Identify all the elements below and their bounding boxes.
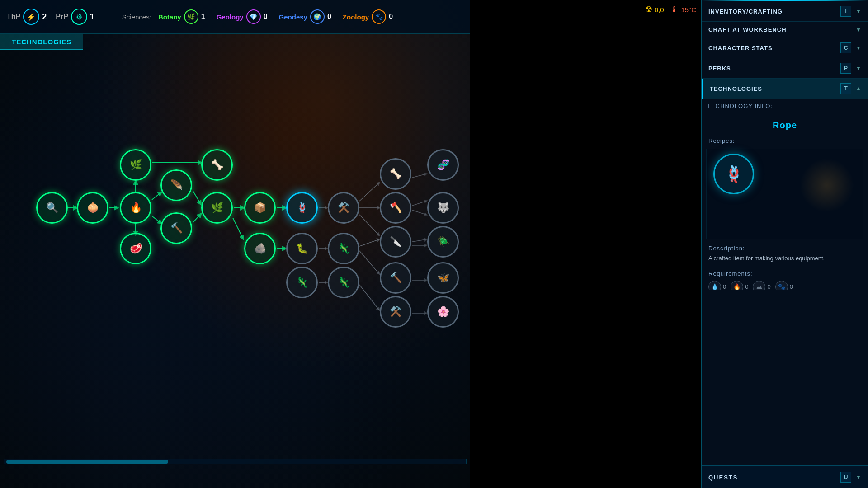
thp-label: ThP <box>7 13 20 21</box>
svg-line-10 <box>193 215 200 222</box>
tech-node-n11[interactable]: 🪨 <box>244 233 276 264</box>
tech-node-n18[interactable]: 🦴 <box>380 158 411 190</box>
workbench-arrow: ▼ <box>856 27 861 33</box>
tech-node-n7[interactable]: 🔨 <box>160 212 192 244</box>
zoology-icon: 🐾 <box>372 9 386 24</box>
tech-info-label: TECHNOLOGY INFO: <box>707 103 773 109</box>
req-item-1: 💧 0 <box>708 281 726 290</box>
geology-name: Geology <box>217 13 244 21</box>
zoology-name: Zoology <box>343 13 369 21</box>
botany-icon: 🌿 <box>184 9 198 24</box>
science-geodesy[interactable]: Geodesy 🌍 0 <box>279 9 331 24</box>
tech-node-n22[interactable]: ⚒️ <box>380 296 411 328</box>
prp-stat: PrP ⚙ 1 <box>56 9 94 25</box>
character-stats-key: C <box>840 42 851 53</box>
req-icon-4: 🐾 <box>775 281 788 290</box>
hud-divider <box>113 8 113 26</box>
zoology-count: 0 <box>389 13 393 21</box>
temp-value: 15°C <box>681 6 696 14</box>
req-count-2: 0 <box>745 283 748 290</box>
tech-node-n16[interactable]: 🦎 <box>328 233 359 264</box>
tech-node-n23[interactable]: 🧬 <box>427 149 459 181</box>
tech-node-n9[interactable]: 🌿 <box>201 192 233 224</box>
tech-node-n6[interactable]: 🪶 <box>160 169 192 201</box>
quests-button[interactable]: QUESTS U ▼ <box>702 465 868 488</box>
inventory-right: I ▼ <box>840 6 861 17</box>
workbench-right: ▼ <box>854 27 861 33</box>
svg-line-20 <box>359 215 379 235</box>
tech-node-n19[interactable]: 🪓 <box>380 192 411 224</box>
science-geology[interactable]: Geology 💎 0 <box>217 9 268 24</box>
temp-icon: 🌡 <box>670 5 679 14</box>
technologies-right: T ▲ <box>840 83 861 94</box>
tech-node-n12[interactable]: 🪢 <box>286 192 318 224</box>
perks-label: PERKS <box>708 65 731 72</box>
inventory-key: I <box>840 6 851 17</box>
science-zoology[interactable]: Zoology 🐾 0 <box>343 9 393 24</box>
tech-node-n2[interactable]: 🧅 <box>77 192 108 224</box>
tech-node-n20[interactable]: 🔪 <box>380 226 411 258</box>
tech-node-n13[interactable]: 🐛 <box>286 233 318 264</box>
svg-line-6 <box>152 193 160 200</box>
req-item-2: 🔥 0 <box>731 281 748 290</box>
tech-info-content: Rope Recipes: 🪢 Description: A crafted i… <box>702 113 868 290</box>
description-section: Description: A crafted item for making v… <box>702 241 868 267</box>
character-stats-right: C ▼ <box>840 42 861 53</box>
menu-inventory[interactable]: INVENTORY/CRAFTING I ▼ <box>702 1 868 22</box>
sciences-label: Sciences: <box>122 13 151 21</box>
menu-technologies[interactable]: TECHNOLOGIES T ▲ <box>702 79 868 99</box>
menu-character-stats[interactable]: CHARACTER STATS C ▼ <box>702 38 868 58</box>
svg-line-23 <box>359 285 379 310</box>
tech-node-n5[interactable]: 🥩 <box>120 233 151 264</box>
svg-line-22 <box>359 251 379 273</box>
temperature-indicator: 🌡 15°C <box>670 5 696 14</box>
req-icon-2: 🔥 <box>731 281 743 290</box>
perks-right: P ▼ <box>840 63 861 74</box>
recipe-area: 🪢 <box>706 149 863 239</box>
req-item-3: ⛰ 0 <box>753 281 770 290</box>
geodesy-count: 0 <box>327 13 331 21</box>
req-count-4: 0 <box>790 283 793 290</box>
svg-line-18 <box>359 183 379 201</box>
top-hud: ThP ⚡ 2 PrP ⚙ 1 Sciences: Botany 🌿 1 Geo… <box>0 0 470 34</box>
tech-canvas: 🔍🧅🔥🌿🥩🪶🔨🦴🌿📦🪨🪢🐛🦎⚒️🦎🦎🦴🪓🔪🔨⚒️🧬🐺🪲🦋🌸 <box>0 34 470 468</box>
tech-node-n4[interactable]: 🌿 <box>120 149 151 181</box>
inventory-label: INVENTORY/CRAFTING <box>708 8 783 15</box>
tech-node-n1[interactable]: 🔍 <box>36 192 68 224</box>
tech-node-n15[interactable]: ⚒️ <box>328 192 359 224</box>
description-text: A crafted item for making various equipm… <box>708 254 861 263</box>
perks-arrow: ▼ <box>856 65 861 71</box>
science-botany[interactable]: Botany 🌿 1 <box>158 9 205 24</box>
req-item-4: 🐾 0 <box>775 281 793 290</box>
req-count-1: 0 <box>723 283 726 290</box>
svg-line-7 <box>152 216 160 223</box>
tech-node-n26[interactable]: 🦋 <box>427 262 459 294</box>
menu-perks[interactable]: PERKS P ▼ <box>702 58 868 79</box>
right-panel: INVENTORY/CRAFTING I ▼ CRAFT AT WORKBENC… <box>701 0 868 488</box>
technologies-tab[interactable]: TECHNOLOGIES <box>0 34 83 50</box>
requirements-section: Requirements: 💧 0 🔥 0 ⛰ 0 🐾 0 <box>702 267 868 290</box>
scrollbar-thumb[interactable] <box>6 460 168 464</box>
tech-scrollbar[interactable] <box>4 459 467 464</box>
tech-node-n14[interactable]: 🦎 <box>286 267 318 298</box>
tech-node-n25[interactable]: 🪲 <box>427 226 459 258</box>
tech-node-n27[interactable]: 🌸 <box>427 296 459 328</box>
description-label: Description: <box>708 245 861 252</box>
tech-node-n3[interactable]: 🔥 <box>120 192 151 224</box>
tech-node-n17[interactable]: 🦎 <box>328 267 359 298</box>
menu-workbench[interactable]: CRAFT AT WORKBENCH ▼ <box>702 22 868 38</box>
tech-node-n21[interactable]: 🔨 <box>380 262 411 294</box>
svg-line-27 <box>412 239 426 242</box>
req-icons: 💧 0 🔥 0 ⛰ 0 🐾 0 <box>708 281 861 290</box>
svg-line-21 <box>359 239 379 246</box>
geodesy-icon: 🌍 <box>310 9 325 24</box>
tech-node-n10[interactable]: 📦 <box>244 192 276 224</box>
prp-icon: ⚙ <box>71 9 87 25</box>
svg-line-24 <box>412 174 426 178</box>
svg-line-12 <box>233 218 243 238</box>
svg-line-26 <box>412 210 426 215</box>
botany-count: 1 <box>201 13 205 21</box>
tech-node-n24[interactable]: 🐺 <box>427 192 459 224</box>
tech-info-header: TECHNOLOGY INFO: <box>702 99 868 113</box>
tech-node-n8[interactable]: 🦴 <box>201 149 233 181</box>
